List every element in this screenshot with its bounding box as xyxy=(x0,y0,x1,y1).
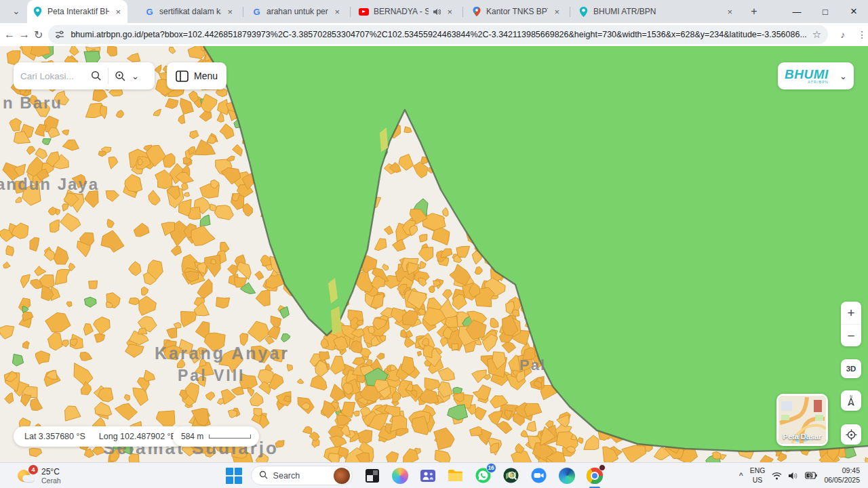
pinned-apps: 16 xyxy=(362,466,605,486)
tab-bernadya[interactable]: BERNADYA - Song Play × xyxy=(353,0,459,23)
gallery-app-icon[interactable] xyxy=(362,466,382,486)
locate-me-button[interactable] xyxy=(841,424,861,445)
tab-divider xyxy=(243,7,243,17)
map-label-andun-jaya: andun Jaya xyxy=(0,175,99,193)
coordinates-readout: Lat 3.357680 °S Long 102.487902 °E xyxy=(14,426,187,447)
scale-bar xyxy=(209,434,251,439)
bookmark-star-icon[interactable]: ☆ xyxy=(812,28,821,41)
zoom-app-icon[interactable] xyxy=(529,466,549,486)
google-icon: G xyxy=(144,7,155,17)
youtube-icon xyxy=(359,7,369,17)
taskbar-search[interactable]: Search xyxy=(251,466,353,485)
tab-kantor-tnks[interactable]: Kantor TNKS BPTN Wil. III × xyxy=(466,0,566,23)
logo-chevron-icon: ⌄ xyxy=(840,71,847,81)
location-search-input[interactable] xyxy=(20,71,91,81)
search-label: Search xyxy=(273,471,328,481)
tab-title: BERNADYA - Song Play xyxy=(374,7,429,16)
zoom-tool-icon[interactable] xyxy=(115,70,126,82)
tab-close-icon[interactable]: × xyxy=(446,7,454,17)
map-canvas[interactable]: n Baru andun Jaya Karang Anyar Pal VIII … xyxy=(0,46,868,462)
bhumi-logo: BHUMI ATR/BPN xyxy=(785,68,829,85)
weather-widget[interactable]: 4 25°C Cerah xyxy=(18,467,61,485)
battery-icon[interactable] xyxy=(805,472,817,479)
tab-sertifikat[interactable]: G sertifikat dalam kawasan h × xyxy=(139,0,239,23)
notification-badge: 4 xyxy=(28,465,38,474)
window-maximize-button[interactable]: □ xyxy=(811,0,840,23)
zoom-out-button[interactable]: − xyxy=(841,324,861,346)
compass-button[interactable]: N xyxy=(841,390,861,411)
tab-arahan[interactable]: G arahan untuk penyelesaian × xyxy=(246,0,347,23)
forward-button[interactable]: → xyxy=(19,25,30,44)
window-controls: — □ × xyxy=(783,0,868,23)
tab-list-chevron-icon[interactable]: ⌄ xyxy=(12,5,20,16)
language-switcher[interactable]: ENGUS xyxy=(750,466,766,484)
whatsapp-icon[interactable]: 16 xyxy=(473,466,494,486)
clock[interactable]: 09:45 06/05/2025 xyxy=(824,466,860,485)
url-text[interactable]: bhumi.atrbpn.go.id/peta?bbox=102.4426851… xyxy=(71,30,806,39)
sidebar-panel-icon xyxy=(176,70,189,82)
edge-icon[interactable] xyxy=(557,466,577,486)
bhumi-pin-icon xyxy=(33,7,43,17)
speaker-icon[interactable] xyxy=(789,472,798,480)
bhumi-pin-icon xyxy=(578,7,589,17)
new-tab-button[interactable]: + xyxy=(746,4,762,20)
locate-icon xyxy=(846,429,857,441)
basemap-label: Peta Dasar xyxy=(778,432,826,441)
tab-close-icon[interactable]: × xyxy=(333,7,341,17)
weather-icon: 4 xyxy=(18,467,37,485)
google-icon: G xyxy=(252,7,262,17)
chrome-icon[interactable] xyxy=(585,466,605,486)
search-icon[interactable] xyxy=(91,70,102,81)
maps-pin-icon xyxy=(471,7,481,17)
tab-title: arahan untuk penyelesaian xyxy=(267,7,328,16)
window-close-button[interactable]: × xyxy=(840,0,868,23)
site-info-icon[interactable] xyxy=(55,30,64,39)
media-controls-icon[interactable]: ♪ xyxy=(840,29,844,40)
map-label-karang-anyar: Karang Anyar xyxy=(155,344,290,363)
zoom-in-button[interactable]: + xyxy=(841,302,861,324)
reload-button[interactable]: ↻ xyxy=(34,25,43,44)
tab-title: Peta Interaktif BHUMI ATR xyxy=(47,7,109,16)
system-tray: ^ ENGUS 09:45 06/05/2025 xyxy=(739,466,860,485)
teams-icon[interactable] xyxy=(418,466,438,486)
three-d-button[interactable]: 3D xyxy=(841,359,861,378)
tab-peta-interaktif[interactable]: Peta Interaktif BHUMI ATR × xyxy=(27,0,127,23)
basemap-switcher[interactable]: Peta Dasar xyxy=(776,394,828,446)
map-search-app-icon[interactable] xyxy=(501,466,521,486)
tab-bhumi[interactable]: BHUMI ATR/BPN × xyxy=(573,0,739,23)
tray-chevron-icon[interactable]: ^ xyxy=(739,471,743,481)
file-explorer-icon[interactable] xyxy=(446,466,466,486)
tab-close-icon[interactable]: × xyxy=(553,7,561,17)
tab-close-icon[interactable]: × xyxy=(114,7,122,17)
search-icon xyxy=(259,470,268,481)
menu-label: Menu xyxy=(194,70,218,81)
back-button[interactable]: ← xyxy=(4,25,15,44)
wifi-icon[interactable] xyxy=(772,472,782,480)
bhumi-logo-button[interactable]: BHUMI ATR/BPN ⌄ xyxy=(778,62,854,89)
address-bar[interactable]: bhumi.atrbpn.go.id/peta?bbox=102.4426851… xyxy=(48,25,828,44)
windows-taskbar: 4 25°C Cerah Search 16 xyxy=(0,462,868,488)
weather-desc: Cerah xyxy=(41,476,61,485)
divider xyxy=(108,68,108,84)
start-button[interactable] xyxy=(225,467,243,485)
scale-indicator: 584 m xyxy=(173,426,259,447)
tab-title: sertifikat dalam kawasan h xyxy=(159,7,221,16)
menu-button[interactable]: Menu xyxy=(167,62,226,89)
window-minimize-button[interactable]: — xyxy=(783,0,811,23)
longitude-value: Long 102.487902 °E xyxy=(99,432,176,441)
weather-temp: 25°C xyxy=(41,467,61,476)
tab-divider xyxy=(462,7,463,17)
zoom-control: + − xyxy=(841,302,861,346)
map-label-pal: Pal xyxy=(519,357,546,373)
tab-audio-icon[interactable] xyxy=(433,8,441,16)
search-highlight-image[interactable] xyxy=(334,468,350,484)
location-search-pill: ⌄ xyxy=(14,62,155,89)
tray-date: 06/05/2025 xyxy=(824,476,860,485)
tray-time: 09:45 xyxy=(824,466,860,476)
tab-close-icon[interactable]: × xyxy=(726,7,734,17)
zoom-tool-chevron-icon[interactable]: ⌄ xyxy=(132,71,139,81)
copilot-icon[interactable] xyxy=(390,466,410,486)
browser-menu-icon[interactable]: ⋮ xyxy=(857,29,867,40)
browser-tab-strip: ⌄ Peta Interaktif BHUMI ATR × G sertifik… xyxy=(0,0,868,23)
tab-close-icon[interactable]: × xyxy=(226,7,234,17)
